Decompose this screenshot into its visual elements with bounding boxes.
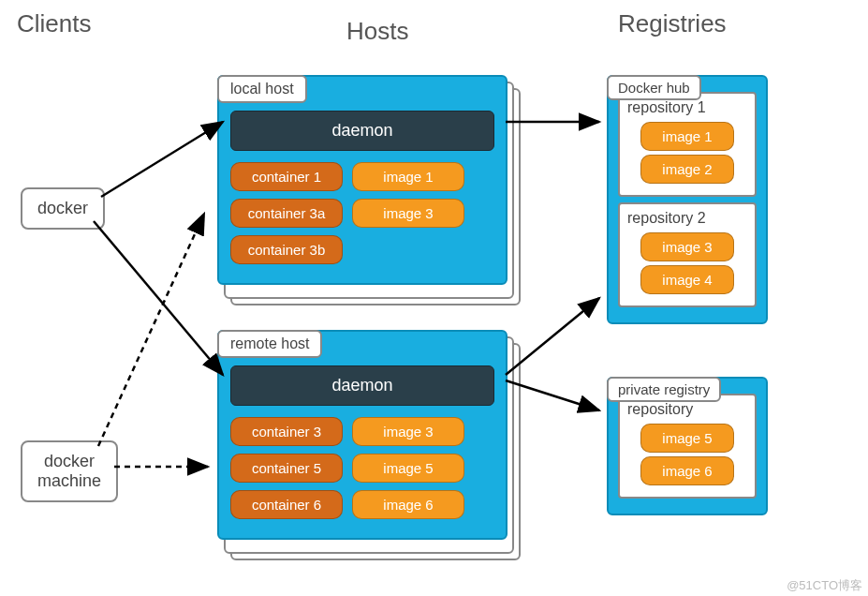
- header-hosts: Hosts: [346, 17, 408, 46]
- container-pill: container 5: [230, 454, 343, 483]
- watermark: @51CTO博客: [787, 577, 862, 594]
- repo-label: repository: [627, 401, 747, 418]
- container-pill: container 6: [230, 490, 343, 519]
- image-pill: image 1: [352, 162, 464, 191]
- private-registry-title: private registry: [607, 377, 721, 402]
- repo-label: repository 2: [627, 210, 747, 227]
- container-pill: container 3b: [230, 235, 343, 264]
- image-pill: image 2: [640, 155, 734, 184]
- container-pill: container 3: [230, 417, 343, 446]
- image-pill: image 5: [352, 454, 464, 483]
- repo-box: repository image 5 image 6: [618, 394, 757, 499]
- remote-daemon: daemon: [230, 365, 494, 406]
- docker-hub-title: Docker hub: [607, 75, 701, 100]
- remote-host-box: remote host daemon container 3 image 3 c…: [217, 330, 508, 540]
- client-docker: docker: [21, 187, 105, 230]
- image-pill: image 3: [352, 417, 464, 446]
- repo-box: repository 2 image 3 image 4: [618, 202, 757, 307]
- repo-box: repository 1 image 1 image 2: [618, 92, 757, 197]
- svg-line-3: [98, 214, 204, 446]
- repo-label: repository 1: [627, 99, 747, 116]
- local-daemon: daemon: [230, 111, 494, 151]
- client-docker-machine: docker machine: [21, 440, 118, 502]
- docker-hub-box: Docker hub repository 1 image 1 image 2 …: [607, 75, 768, 324]
- container-pill: container 3a: [230, 199, 343, 228]
- container-pill: container 1: [230, 162, 343, 191]
- svg-line-2: [94, 221, 223, 375]
- image-pill: image 3: [352, 199, 464, 228]
- remote-host-title: remote host: [217, 330, 322, 358]
- local-host-title: local host: [217, 75, 307, 103]
- image-pill: image 1: [640, 122, 734, 151]
- local-host-box: local host daemon container 1 image 1 co…: [217, 75, 508, 285]
- private-registry-box: private registry repository image 5 imag…: [607, 377, 768, 515]
- image-pill: image 5: [640, 424, 734, 453]
- image-pill: image 4: [640, 265, 734, 294]
- header-registries: Registries: [618, 9, 727, 38]
- header-clients: Clients: [17, 9, 91, 38]
- image-pill: image 3: [640, 232, 734, 261]
- svg-line-1: [101, 122, 223, 197]
- image-pill: image 6: [352, 490, 464, 519]
- image-pill: image 6: [640, 456, 734, 485]
